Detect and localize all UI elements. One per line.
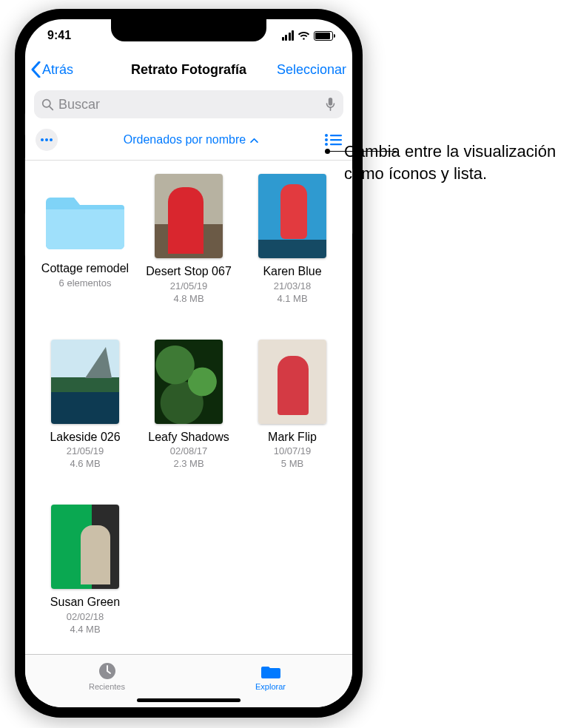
file-item[interactable]: Desert Stop 067 21/05/19 4.8 MB [141,174,237,317]
files-grid: Cottage remodel 6 elementos Desert Stop … [25,161,352,654]
battery-icon [314,31,333,41]
file-item[interactable]: Karen Blue 21/03/18 4.1 MB [244,174,340,317]
item-name: Lakeside 026 [50,430,120,445]
chevron-up-icon [250,138,258,143]
item-date: 10/07/19 [274,445,312,456]
tab-label: Recientes [89,682,125,691]
item-size: 5 MB [281,458,303,469]
view-toggle-button[interactable] [324,133,342,146]
select-button[interactable]: Seleccionar [277,62,346,78]
folder-icon [46,187,124,251]
chevron-left-icon [31,61,41,78]
tab-recents[interactable]: Recientes [25,655,189,697]
annotation-callout: Cambia entre la visualización como ícono… [344,141,565,184]
navigation-bar: Atrás Retrato Fotografía Seleccionar [25,52,352,87]
search-field[interactable] [34,90,343,118]
svg-rect-9 [330,144,342,145]
item-name: Cottage remodel [41,261,129,276]
item-date: 02/02/18 [67,611,104,622]
status-right-cluster [282,30,334,41]
clock-icon [98,661,117,681]
back-button[interactable]: Atrás [31,61,73,78]
sort-bar: Ordenados por nombre [25,124,352,161]
item-name: Mark Flip [268,430,317,445]
item-size: 4.4 MB [70,624,100,635]
home-indicator[interactable] [137,698,241,702]
item-name: Desert Stop 067 [146,264,232,279]
file-item[interactable]: Leafy Shadows 02/08/17 2.3 MB [141,340,237,483]
more-dot-icon [45,138,48,141]
file-thumbnail [155,174,223,258]
item-date: 21/05/19 [170,280,208,291]
sort-label-text: Ordenados por nombre [124,133,246,146]
file-thumbnail [51,505,119,589]
wifi-icon [297,31,310,41]
item-date: 21/05/19 [67,445,104,456]
item-date: 02/08/17 [170,445,208,456]
file-thumbnail [51,340,119,424]
tab-browse[interactable]: Explorar [189,655,352,697]
svg-line-1 [50,107,53,109]
file-thumbnail [155,340,223,424]
item-name: Leafy Shadows [148,430,229,445]
search-icon [41,98,54,111]
svg-rect-2 [329,98,332,106]
svg-point-6 [325,138,328,141]
svg-rect-7 [330,139,342,141]
item-name: Karen Blue [263,264,321,279]
item-size: 4.8 MB [173,293,204,304]
search-input[interactable] [58,97,320,112]
more-dot-icon [41,138,44,141]
svg-point-4 [325,134,328,137]
file-item[interactable]: Susan Green 02/02/18 4.4 MB [37,505,133,648]
item-size: 4.1 MB [277,293,307,304]
item-name: Susan Green [50,595,120,610]
more-dot-icon [50,138,53,141]
file-item[interactable]: Lakeside 026 21/05/19 4.6 MB [37,340,133,483]
microphone-icon[interactable] [325,97,336,112]
file-item[interactable]: Mark Flip 10/07/19 5 MB [244,340,340,483]
item-size: 2.3 MB [173,458,204,469]
folder-item[interactable]: Cottage remodel 6 elementos [37,174,133,317]
status-time: 9:41 [47,29,71,42]
item-size: 4.6 MB [70,458,100,469]
item-date: 21/03/18 [274,280,312,291]
file-thumbnail [258,340,326,424]
sort-dropdown[interactable]: Ordenados por nombre [58,133,324,146]
file-thumbnail [258,174,326,258]
back-label: Atrás [42,62,73,78]
folder-icon [261,661,280,681]
tab-label: Explorar [255,682,286,691]
svg-rect-5 [330,135,342,136]
svg-point-0 [43,99,50,107]
more-options-button[interactable] [36,129,58,151]
item-meta: 6 elementos [59,277,112,289]
svg-point-8 [325,143,328,146]
cellular-signal-icon [282,30,295,41]
